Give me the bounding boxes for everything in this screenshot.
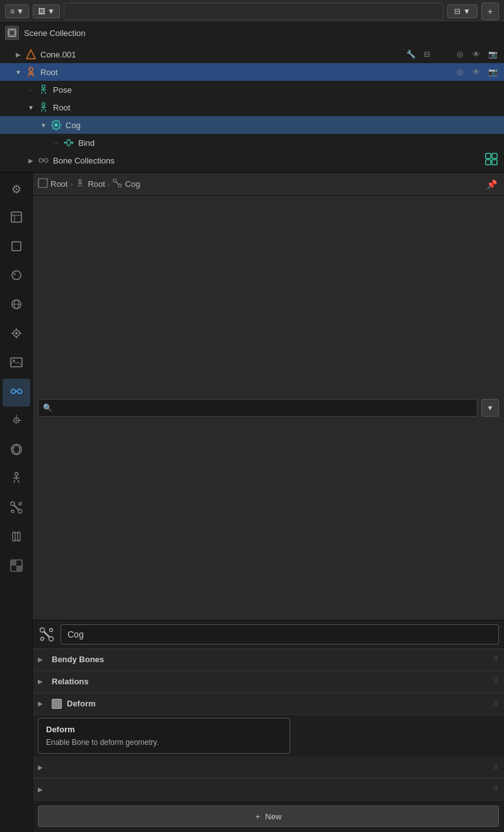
expand-root-armature[interactable]: ▼ bbox=[13, 66, 24, 78]
sidebar-item-images[interactable] bbox=[3, 350, 30, 377]
sidebar-item-particles[interactable] bbox=[3, 408, 30, 436]
bone-collections-extra-icon[interactable] bbox=[484, 152, 499, 170]
properties-search-input[interactable] bbox=[38, 399, 478, 417]
sidebar-item-object[interactable] bbox=[3, 234, 30, 261]
cursor2-icon[interactable]: ◎ bbox=[454, 66, 466, 78]
filter-funnel-icon[interactable]: ⊟ bbox=[421, 48, 433, 61]
tree-row-root-armature[interactable]: ▼ Root ◎ 👁 📷 bbox=[0, 63, 504, 81]
deform-checkbox[interactable] bbox=[52, 699, 62, 709]
tree-row-bind[interactable]: – Bind bbox=[0, 134, 504, 152]
outliner-search-wrapper: 🔍 bbox=[64, 3, 443, 20]
cog-label: Cog bbox=[66, 121, 499, 130]
expand-bone-collections[interactable]: ▶ bbox=[25, 155, 37, 166]
expand-cone001[interactable]: ▶ bbox=[13, 49, 24, 60]
tree-row-root-bone[interactable]: ▼ Root bbox=[0, 98, 504, 116]
deform-drag-handle[interactable]: ⠿ bbox=[493, 699, 499, 708]
cursor-icon[interactable]: ◎ bbox=[454, 48, 466, 61]
wrench-icon[interactable]: 🔧 bbox=[404, 48, 417, 61]
chevron-down-icon2: ▼ bbox=[47, 7, 55, 16]
camera2-icon[interactable]: 📷 bbox=[486, 66, 499, 78]
filter-icon: ⊟ bbox=[454, 7, 460, 16]
pin-button[interactable]: 📌 bbox=[484, 177, 499, 191]
svg-line-11 bbox=[42, 92, 43, 94]
bendy-bones-drag-handle[interactable]: ⠿ bbox=[493, 655, 499, 663]
new-button-label: New bbox=[265, 812, 281, 821]
breadcrumb-item-root-bone[interactable]: Root bbox=[75, 178, 105, 190]
new-object-button[interactable]: + bbox=[481, 3, 499, 20]
breadcrumb-item-root-armature[interactable]: Root bbox=[38, 178, 67, 190]
relations-expand-icon[interactable]: ▶ bbox=[38, 678, 48, 685]
pose-bone-breadcrumb-icon bbox=[75, 178, 85, 190]
sidebar-item-checker[interactable] bbox=[3, 553, 30, 581]
sidebar-item-pose[interactable] bbox=[3, 466, 30, 494]
relations-drag-handle[interactable]: ⠿ bbox=[493, 677, 499, 686]
bendy-bones-header[interactable]: ▶ Bendy Bones ⠿ bbox=[33, 649, 504, 670]
svg-point-8 bbox=[42, 85, 45, 88]
svg-point-81 bbox=[49, 636, 54, 641]
svg-rect-28 bbox=[486, 160, 491, 165]
render-icon bbox=[9, 326, 23, 343]
svg-line-79 bbox=[116, 182, 119, 184]
svg-point-77 bbox=[114, 179, 117, 182]
relations-header[interactable]: ▶ Relations ⠿ bbox=[33, 671, 504, 692]
tree-row-pose[interactable]: – Pose bbox=[0, 81, 504, 98]
sidebar-item-bone-constraint2[interactable] bbox=[3, 524, 30, 552]
armature-breadcrumb-icon bbox=[38, 178, 48, 190]
sidebar-icons: ⚙ bbox=[0, 173, 33, 832]
section4-drag-handle[interactable]: ⠿ bbox=[493, 763, 499, 771]
sidebar-item-bone[interactable] bbox=[3, 495, 30, 523]
bendy-bones-expand-icon[interactable]: ▶ bbox=[38, 656, 48, 663]
svg-rect-1 bbox=[9, 30, 15, 35]
svg-point-47 bbox=[11, 389, 15, 393]
properties-dropdown-button[interactable]: ▼ bbox=[481, 399, 499, 417]
sidebar-item-material[interactable] bbox=[3, 263, 30, 290]
sidebar-item-render[interactable] bbox=[3, 321, 30, 348]
image-mode-button[interactable]: 🖼 ▼ bbox=[33, 4, 60, 18]
svg-line-65 bbox=[14, 505, 19, 510]
svg-point-82 bbox=[50, 628, 53, 631]
sidebar-item-world[interactable] bbox=[3, 292, 30, 319]
outliner-search-input[interactable] bbox=[64, 3, 443, 20]
sidebar-item-scene[interactable] bbox=[3, 205, 30, 232]
view-mode-button[interactable]: ≡ ▼ bbox=[5, 4, 29, 18]
root-bone-label: Root bbox=[53, 103, 499, 112]
svg-point-72 bbox=[79, 179, 81, 182]
bone2-icon bbox=[9, 501, 23, 518]
sidebar-item-physics[interactable] bbox=[3, 437, 30, 465]
section5-expand-icon[interactable]: ▶ bbox=[38, 786, 48, 793]
section4-header[interactable]: ▶ ⠿ bbox=[33, 756, 504, 778]
deform-expand-icon[interactable]: ▶ bbox=[38, 700, 48, 707]
tree-row-cone001[interactable]: ▶ Cone.001 🔧 ⊟ ◎ 👁 📷 bbox=[0, 45, 504, 63]
filter-button[interactable]: ⊟ ▼ bbox=[447, 4, 478, 18]
expand-root-bone[interactable]: ▼ bbox=[25, 102, 37, 113]
sidebar-item-constraint[interactable] bbox=[3, 379, 30, 407]
bone-name-input[interactable] bbox=[61, 624, 499, 645]
deform-header[interactable]: ▶ Deform ⠿ bbox=[33, 693, 504, 715]
world-icon bbox=[9, 297, 23, 314]
scene-collection-label: Scene Collection bbox=[24, 28, 86, 38]
deform-label: Deform bbox=[67, 699, 493, 708]
svg-point-23 bbox=[39, 158, 43, 162]
sidebar-item-tools[interactable]: ⚙ bbox=[3, 175, 30, 203]
cone001-actions: 🔧 ⊟ ◎ 👁 📷 bbox=[404, 48, 499, 61]
tree-row-cog[interactable]: ▼ Cog bbox=[0, 116, 504, 134]
expand-cog[interactable]: ▼ bbox=[38, 119, 49, 131]
section5-drag-handle[interactable]: ⠿ bbox=[493, 785, 499, 793]
section5-header[interactable]: ▶ ⠿ bbox=[33, 778, 504, 800]
svg-point-83 bbox=[41, 637, 44, 640]
bone-collections-label: Bone Collections bbox=[53, 156, 479, 165]
svg-point-55 bbox=[11, 443, 21, 455]
camera-icon[interactable]: 📷 bbox=[486, 48, 499, 61]
new-constraint-button[interactable]: + New bbox=[38, 805, 499, 827]
section4-expand-icon[interactable]: ▶ bbox=[38, 764, 48, 771]
tooltip-description: Enable Bone to deform geometry. bbox=[46, 737, 282, 748]
checker-icon bbox=[9, 559, 23, 576]
eye2-icon[interactable]: 👁 bbox=[470, 66, 483, 78]
tree-row-bone-collections[interactable]: ▶ Bone Collections bbox=[0, 152, 504, 169]
list-icon: ≡ bbox=[10, 7, 15, 16]
bone-constraint-panel-icon bbox=[9, 384, 23, 401]
svg-point-78 bbox=[119, 184, 122, 187]
breadcrumb-item-cog[interactable]: Cog bbox=[112, 178, 140, 190]
eye-icon[interactable]: 👁 bbox=[470, 48, 483, 61]
svg-point-21 bbox=[64, 142, 66, 144]
